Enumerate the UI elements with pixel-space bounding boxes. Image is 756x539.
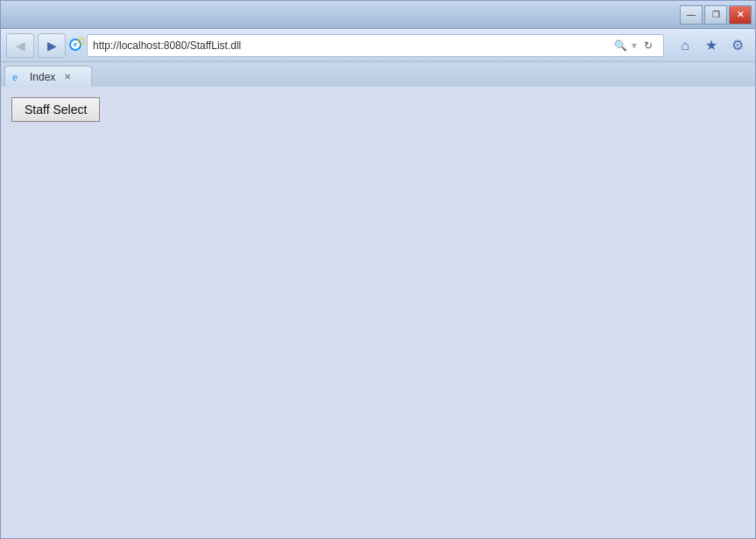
tab-bar: e Index ✕ [1,62,755,87]
address-bar[interactable]: http://localhost:8080/StaffList.dll 🔍 ▾ … [87,34,664,57]
tab-close-button[interactable]: ✕ [64,72,71,82]
titlebar-controls: — ❐ ✕ [680,5,752,25]
refresh-icon: ↻ [644,39,653,52]
staff-select-button[interactable]: Staff Select [11,97,100,122]
titlebar: — ❐ ✕ [1,1,755,29]
favorites-button[interactable]: ★ [699,33,724,58]
address-text: http://localhost:8080/StaffList.dll [93,39,607,52]
refresh-button[interactable]: ↻ [639,36,658,55]
navigation-toolbar: ◀ ▶ e http://localhost:8080/StaffList.dl… [1,29,755,62]
page-content: Staff Select [1,87,755,538]
back-button[interactable]: ◀ [6,33,34,58]
search-icon: 🔍 [614,39,627,52]
tab-ie-icon: e [12,71,25,83]
ie-icon: e [69,39,83,53]
tab-index[interactable]: e Index ✕ [4,66,92,87]
settings-button[interactable]: ⚙ [725,33,750,58]
minimize-button[interactable]: — [680,5,703,25]
home-button[interactable]: ⌂ [673,33,697,58]
forward-button[interactable]: ▶ [38,33,66,58]
separator: ▾ [632,39,637,52]
address-actions: 🔍 ▾ ↻ [611,36,658,55]
browser-window: — ❐ ✕ ◀ ▶ e http://localhost:8080/StaffL… [0,0,756,539]
tab-label: Index [30,71,55,83]
search-button[interactable]: 🔍 [611,36,630,55]
back-icon: ◀ [16,39,25,53]
right-toolbar: ⌂ ★ ⚙ [673,33,750,58]
restore-button[interactable]: ❐ [704,5,727,25]
forward-icon: ▶ [47,39,57,53]
close-button[interactable]: ✕ [729,5,752,25]
